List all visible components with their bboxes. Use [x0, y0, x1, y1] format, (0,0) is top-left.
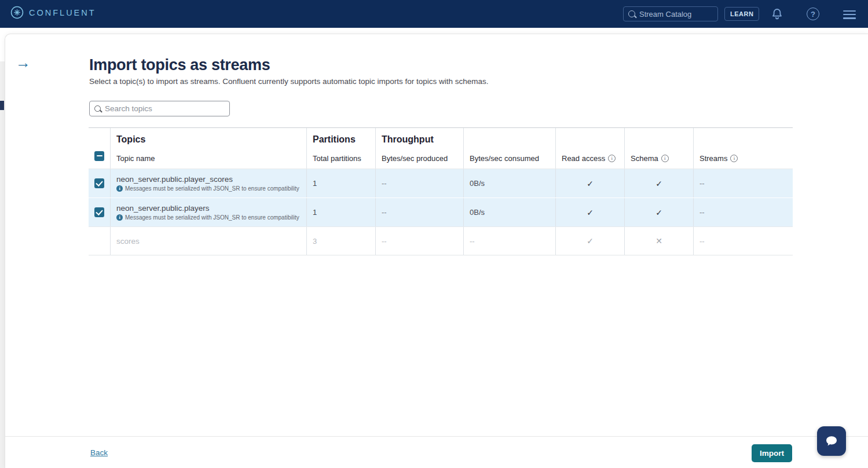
bytes-produced-value: -- [382, 179, 457, 188]
top-navbar: CONFLUENT Stream Catalog LEARN ? [0, 0, 868, 28]
column-schema: Schema [631, 154, 658, 163]
chat-launcher-button[interactable] [817, 426, 846, 456]
header-bytes-produced: Throughput Bytes/sec produced [376, 128, 464, 169]
topic-name: neon_server.public.players [116, 204, 301, 213]
import-topics-panel: → Import topics as streams Select a topi… [5, 34, 868, 468]
search-icon [94, 105, 101, 112]
info-icon[interactable]: i [730, 155, 738, 162]
bytes-consumed-value: 0B/s [470, 208, 550, 217]
arrow-right-icon[interactable]: → [16, 55, 31, 70]
stream-catalog-search-input[interactable]: Stream Catalog [623, 6, 718, 21]
bytes-consumed-value: 0B/s [470, 179, 550, 188]
read-access-check: ✓ [587, 208, 594, 217]
bytes-produced-value: -- [382, 208, 457, 217]
column-read-access: Read access [562, 154, 605, 163]
search-topics-input[interactable]: Search topics [89, 101, 230, 116]
read-access-check: ✓ [587, 236, 594, 246]
chat-bubble-icon [823, 433, 840, 450]
read-access-check: ✓ [587, 179, 594, 188]
column-group-topics: Topics [116, 134, 301, 145]
topic-note-text: Messages must be serialized with JSON_SR… [125, 185, 299, 192]
topic-name: scores [116, 237, 301, 246]
background-fragment [0, 101, 4, 110]
topic-cell: neon_server.public.players iMessages mus… [111, 198, 307, 226]
header-read-access: Read accessi [556, 128, 625, 169]
column-bytes-produced: Bytes/sec produced [382, 154, 457, 163]
help-icon[interactable]: ? [807, 8, 819, 20]
column-topic-name: Topic name [116, 154, 301, 163]
table-row: scores 3 -- -- ✓ ✕ -- [89, 227, 793, 255]
topic-note-text: Messages must be serialized with JSON_SR… [125, 214, 299, 221]
confluent-logo-icon [10, 6, 24, 19]
search-icon [628, 10, 635, 17]
schema-check: ✓ [655, 179, 662, 188]
column-group-throughput: Throughput [382, 134, 457, 145]
info-icon[interactable]: i [608, 155, 616, 162]
panel-footer: Back Import [5, 436, 868, 468]
streams-value: -- [699, 237, 787, 246]
column-group-partitions: Partitions [313, 134, 369, 145]
schema-check: ✓ [655, 208, 662, 217]
header-schema: Schemai [625, 128, 694, 169]
notifications-bell-icon[interactable] [770, 7, 784, 21]
schema-x: ✕ [655, 236, 662, 246]
row-checkbox-cell [89, 169, 111, 198]
row-checkbox[interactable] [94, 207, 104, 217]
page-edge-strip [0, 61, 5, 468]
header-topics: Topics Topic name [111, 128, 307, 169]
info-icon[interactable]: i [661, 155, 669, 162]
topic-cell: neon_server.public.player_scores iMessag… [111, 169, 307, 198]
column-bytes-consumed: Bytes/sec consumed [470, 154, 550, 163]
topic-name: neon_server.public.player_scores [116, 175, 301, 184]
column-total-partitions: Total partitions [313, 154, 369, 163]
bytes-consumed-value: -- [470, 237, 550, 246]
row-checkbox[interactable] [94, 178, 104, 188]
page-title: Import topics as streams [89, 56, 270, 74]
info-icon: i [116, 214, 123, 221]
page-subtitle: Select a topic(s) to import as streams. … [89, 77, 489, 86]
partitions-value: 1 [313, 208, 369, 217]
import-button[interactable]: Import [752, 444, 792, 462]
table-row[interactable]: neon_server.public.players iMessages mus… [89, 198, 793, 227]
header-partitions: Partitions Total partitions [307, 128, 376, 169]
select-all-checkbox[interactable] [94, 151, 104, 161]
bytes-produced-value: -- [382, 237, 457, 246]
header-streams: Streamsi [694, 128, 793, 169]
streams-value: -- [699, 208, 787, 217]
topic-cell: scores [111, 227, 307, 255]
topics-table: Topics Topic name Partitions Total parti… [89, 127, 793, 255]
partitions-value: 1 [313, 179, 369, 188]
row-checkbox-cell [89, 198, 111, 226]
search-topics-placeholder: Search topics [105, 104, 152, 113]
stream-catalog-placeholder: Stream Catalog [639, 10, 691, 19]
header-bytes-consumed: Bytes/sec consumed [464, 128, 556, 169]
partitions-value: 3 [313, 237, 369, 246]
info-icon: i [116, 185, 123, 192]
learn-button[interactable]: LEARN [724, 7, 759, 21]
row-checkbox-cell [89, 227, 111, 255]
streams-value: -- [699, 179, 787, 188]
hamburger-menu-icon[interactable] [843, 8, 856, 21]
table-row[interactable]: neon_server.public.player_scores iMessag… [89, 169, 793, 198]
back-link[interactable]: Back [90, 448, 108, 457]
brand-name: CONFLUENT [29, 8, 96, 17]
header-checkbox-cell [89, 128, 111, 169]
confluent-logo[interactable]: CONFLUENT [10, 6, 96, 19]
column-streams: Streams [699, 154, 727, 163]
table-header: Topics Topic name Partitions Total parti… [89, 128, 793, 169]
